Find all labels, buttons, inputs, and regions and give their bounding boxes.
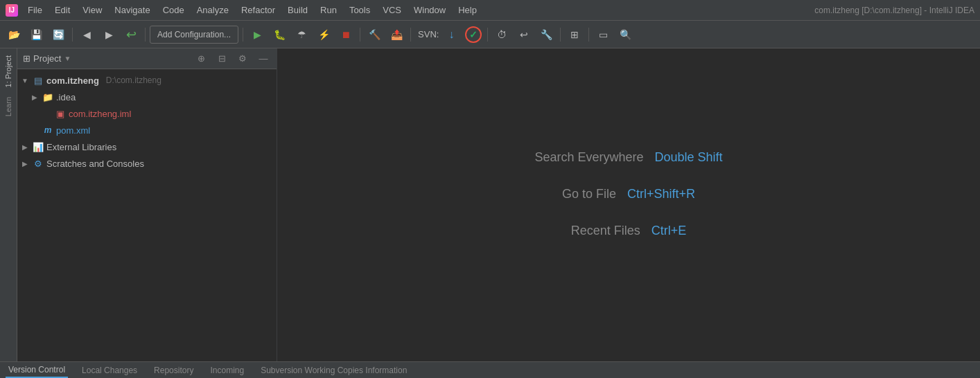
shortcut-row-recent: Recent Files Ctrl+E: [571, 224, 687, 238]
menu-vcs[interactable]: VCS: [377, 3, 407, 17]
folder-icon-idea: 📁: [42, 91, 53, 102]
menu-file[interactable]: File: [22, 3, 48, 17]
shortcut-row-search: Search Everywhere Double Shift: [534, 150, 722, 165]
run-button[interactable]: ▶: [247, 25, 267, 44]
project-tree: ▼ ▤ com.itzheng D:\com.itzheng ▶ 📁 .idea…: [17, 69, 277, 361]
shortcut-label-search: Search Everywhere: [534, 150, 643, 165]
toolbar-separator-5: [410, 28, 411, 42]
app-logo: IJ: [6, 4, 18, 17]
toolbar-separator-6: [487, 28, 488, 42]
tree-item-idea[interactable]: ▶ 📁 .idea: [17, 89, 277, 105]
tree-label-iml: com.itzheng.iml: [69, 109, 131, 119]
svn-update-button[interactable]: ↓: [441, 25, 461, 44]
toolbar-separator-3: [243, 28, 243, 42]
rollback-button[interactable]: ↩: [514, 25, 534, 44]
menu-window[interactable]: Window: [408, 3, 451, 17]
tree-item-root[interactable]: ▼ ▤ com.itzheng D:\com.itzheng: [17, 72, 277, 89]
menu-view[interactable]: View: [77, 3, 107, 17]
forward-button[interactable]: ▶: [99, 25, 119, 44]
scratch-icon: ⚙: [33, 158, 44, 169]
deploy-button[interactable]: 📤: [387, 25, 406, 44]
status-tab-svn-info[interactable]: Subversion Working Copies Information: [258, 362, 410, 378]
collapse-all-button[interactable]: ⊟: [214, 51, 229, 66]
iml-icon: ▣: [55, 108, 66, 119]
tree-arrow-iml: [42, 109, 52, 118]
module-icon: ▤: [33, 75, 44, 86]
side-strip-learn[interactable]: Learn: [1, 93, 15, 120]
project-title: ⊞ Project ▼: [23, 53, 71, 64]
tree-arrow-scratch: ▶: [20, 159, 30, 168]
shortcut-label-recent: Recent Files: [571, 224, 640, 238]
menu-run[interactable]: Run: [315, 3, 342, 17]
window-title: com.itzheng [D:\com.itzheng] - IntelliJ …: [814, 6, 974, 15]
svn-label: SVN:: [418, 29, 439, 39]
tree-arrow-pom: [30, 125, 40, 135]
shortcut-label-goto: Go to File: [562, 187, 616, 201]
build-status-button[interactable]: 🔨: [365, 25, 384, 44]
tree-item-iml[interactable]: ▣ com.itzheng.iml: [17, 105, 277, 122]
menu-navigate[interactable]: Navigate: [109, 3, 155, 17]
menu-bar: File Edit View Navigate Code Analyze Ref…: [22, 3, 810, 17]
status-tab-incoming[interactable]: Incoming: [207, 362, 247, 378]
profile-button[interactable]: ⚡: [314, 25, 333, 44]
tree-arrow-idea: ▶: [30, 92, 40, 102]
menu-help[interactable]: Help: [453, 3, 482, 17]
menu-tools[interactable]: Tools: [344, 3, 376, 17]
tree-label-extlib: External Libraries: [46, 142, 116, 152]
open-file-button[interactable]: 📂: [4, 25, 24, 44]
stop-button[interactable]: ⏹: [336, 25, 356, 44]
menu-refactor[interactable]: Refactor: [236, 3, 281, 17]
project-panel: ⊞ Project ▼ ⊕ ⊟ ⚙ — ▼ ▤ com.itzheng D:\c…: [17, 48, 277, 361]
ext-lib-icon: 📊: [33, 141, 44, 152]
project-structure-button[interactable]: ⊞: [565, 25, 584, 44]
tree-arrow-extlib: ▶: [20, 142, 30, 152]
toolbar-separator-1: [72, 28, 73, 42]
settings-button[interactable]: ⚙: [235, 51, 250, 66]
shortcut-key-search: Double Shift: [655, 150, 723, 165]
search-everywhere-button[interactable]: 🔍: [615, 25, 635, 44]
coverage-button[interactable]: ☂: [292, 25, 311, 44]
tree-root-path: D:\com.itzheng: [106, 75, 161, 85]
synchronize-button[interactable]: 🔄: [49, 25, 68, 44]
tree-label-scratch: Scratches and Consoles: [46, 159, 144, 169]
toolbar-separator-8: [588, 28, 589, 42]
save-button[interactable]: 💾: [26, 25, 46, 44]
tree-item-pom[interactable]: m pom.xml: [17, 122, 277, 138]
add-configuration-button[interactable]: Add Configuration...: [150, 26, 238, 44]
shortcut-row-goto: Go to File Ctrl+Shift+R: [562, 187, 695, 201]
status-tab-version-control[interactable]: Version Control: [6, 362, 68, 378]
editor-area: Search Everywhere Double Shift Go to Fil…: [277, 48, 980, 361]
side-strip-project[interactable]: 1: Project: [1, 51, 15, 91]
toolbar: 📂 💾 🔄 ◀ ▶ ↩ Add Configuration... ▶ 🐛 ☂ ⚡…: [0, 21, 980, 48]
status-tab-local-changes[interactable]: Local Changes: [79, 362, 140, 378]
menu-build[interactable]: Build: [282, 3, 313, 17]
close-panel-button[interactable]: —: [256, 51, 271, 66]
toolbar-separator-4: [360, 28, 360, 42]
toolbar-separator-2: [145, 28, 146, 42]
tree-item-scratch[interactable]: ▶ ⚙ Scratches and Consoles: [17, 155, 277, 172]
tree-label-pom: pom.xml: [56, 125, 90, 136]
wrench-button[interactable]: 🔧: [536, 25, 556, 44]
add-new-button[interactable]: ⊕: [193, 51, 209, 66]
menu-code[interactable]: Code: [157, 3, 190, 17]
svn-commit-check-icon: ✓: [465, 26, 482, 43]
debug-button[interactable]: 🐛: [270, 25, 289, 44]
menu-analyze[interactable]: Analyze: [191, 3, 234, 17]
status-bar: Version Control Local Changes Repository…: [0, 361, 980, 378]
status-tab-repository[interactable]: Repository: [151, 362, 196, 378]
tree-label-root: com.itzheng: [46, 75, 99, 86]
tree-arrow-root: ▼: [20, 75, 30, 85]
main-area: 1: Project Learn ⊞ Project ▼ ⊕ ⊟ ⚙ — ▼ ▤…: [0, 48, 980, 361]
presentation-mode-button[interactable]: ▭: [593, 25, 613, 44]
toolbar-separator-7: [560, 28, 561, 42]
menu-edit[interactable]: Edit: [49, 3, 76, 17]
back-button[interactable]: ◀: [77, 25, 96, 44]
project-panel-header: ⊞ Project ▼ ⊕ ⊟ ⚙ —: [17, 48, 277, 69]
tree-item-extlib[interactable]: ▶ 📊 External Libraries: [17, 138, 277, 155]
shortcut-key-recent: Ctrl+E: [651, 224, 687, 238]
undo-edit-button[interactable]: ↩: [121, 25, 141, 44]
vcs-history-button[interactable]: ⏱: [492, 25, 511, 44]
svn-commit-button[interactable]: ✓: [464, 25, 483, 44]
side-strip: 1: Project Learn: [0, 48, 17, 361]
pom-icon: m: [42, 125, 53, 136]
